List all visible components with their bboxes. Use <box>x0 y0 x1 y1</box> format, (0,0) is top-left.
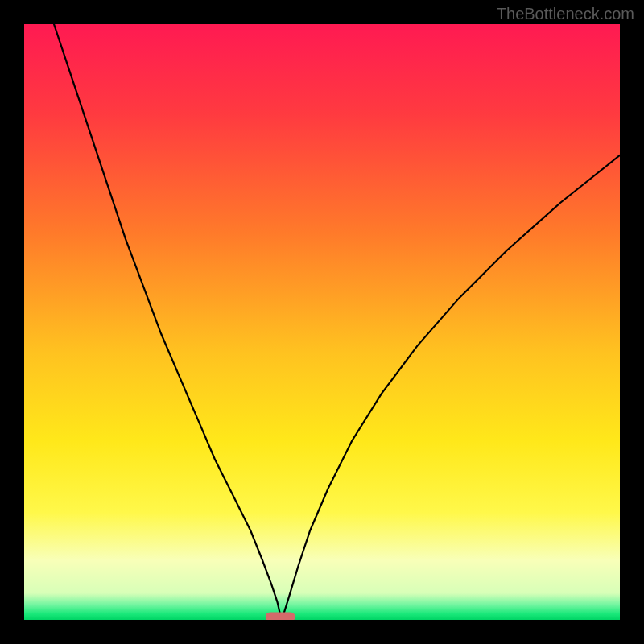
chart-background <box>24 24 620 620</box>
chart-plot-area <box>24 24 620 620</box>
watermark-text: TheBottleneck.com <box>497 5 634 23</box>
chart-marker <box>266 612 295 620</box>
bottleneck-marker <box>266 612 295 620</box>
chart-svg <box>24 24 620 620</box>
